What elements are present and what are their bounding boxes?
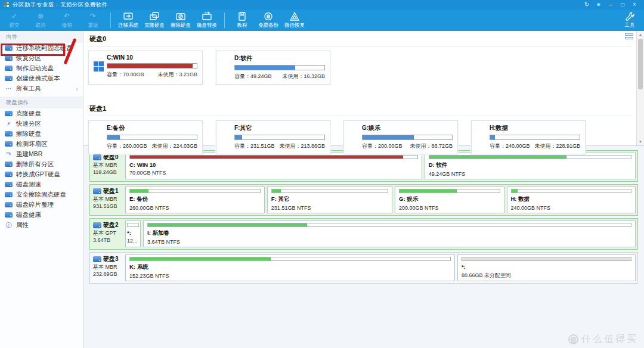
usage-bar <box>234 65 325 70</box>
vertical-scrollbar[interactable]: ▲ ▼ <box>636 31 644 145</box>
sidebar-item-secure-erase-ssd[interactable]: 安全擦除固态硬盘 <box>0 189 83 200</box>
disk-icon <box>93 222 101 228</box>
sidebar-item-clone-disk[interactable]: 克隆硬盘 <box>0 108 83 119</box>
wrench-icon <box>624 11 635 21</box>
disk-type: 基本 MBR <box>93 195 122 203</box>
bad-sector-check-icon <box>5 141 13 147</box>
unused-label: 未使用：224.03GB <box>151 142 197 150</box>
partition-card-c[interactable]: C:WIN 10 容量：70.00GB 未使用：3.21GB <box>88 51 203 85</box>
main-area: 硬盘0 C:WIN 10 容量：70.00GB 未使用：3.21GB <box>83 31 644 348</box>
sidebar-item-bootable-media[interactable]: 制作启动光盘 <box>0 63 83 73</box>
partition-block-h[interactable]: H: 数据 240.00GB NTFS <box>507 187 636 213</box>
scroll-down-icon[interactable]: ▼ <box>637 138 644 145</box>
wechat-recovery-button[interactable]: 微信恢复 <box>281 10 308 31</box>
sidebar-item-all-tools[interactable]: ⋯ 所有工具 › <box>0 83 83 94</box>
toolbar-separator <box>110 13 111 28</box>
sidebar-item-convert-to-gpt[interactable]: 转换成GPT硬盘 <box>0 169 83 179</box>
window-title: 分区助手专业版 - 无损分区免费软件 <box>13 1 108 9</box>
clone-disk-button[interactable]: 克隆硬盘 <box>141 10 168 31</box>
sidebar-item-disk-health[interactable]: 磁盘健康 <box>0 210 83 220</box>
partition-card-f[interactable]: F:其它 容量：231.51GB 未使用：213.86GB <box>216 120 330 154</box>
partition-block-reserved[interactable]: *: 12... <box>125 220 141 247</box>
redo-button[interactable]: ↷ 重做 <box>80 10 106 31</box>
maximize-button[interactable]: □ <box>617 0 628 10</box>
sync-icon[interactable]: ↻ <box>581 0 593 10</box>
wipe-disk-icon <box>5 131 13 136</box>
portable-version-icon <box>5 76 13 81</box>
disk-size: 119.24GB <box>93 169 122 176</box>
undo-button[interactable]: ↶ 撤销 <box>54 10 80 31</box>
disk-type: 基本 MBR <box>93 263 122 271</box>
unused-label: 未使用：86.72GB <box>410 142 453 150</box>
usage-bar <box>107 135 197 140</box>
partition-card-h[interactable]: H:数据 容量：240.00GB 未使用：228.91GB <box>471 120 586 154</box>
partition-block-c[interactable]: C: WIN 10 70.00GB NTFS <box>125 153 422 179</box>
tutorial-icon <box>236 11 248 21</box>
sidebar-item-disk-defrag[interactable]: 磁盘碎片整理 <box>0 200 83 210</box>
sidebar-item-wipe-disk[interactable]: 擦除硬盘 <box>0 129 83 139</box>
partition-block-g[interactable]: G: 娱乐 200.00GB NTFS <box>395 187 504 213</box>
commit-button[interactable]: ✓ 提交 <box>1 10 27 31</box>
tutorial-button[interactable]: 教程 <box>229 10 255 31</box>
minimize-button[interactable]: – <box>605 0 617 10</box>
close-button[interactable]: × <box>628 0 640 10</box>
disk-row-3: 硬盘3 基本 MBR 232.89GB K: 系统 152.23GB NTFS … <box>89 252 638 284</box>
sidebar-item-rebuild-mbr[interactable]: ↷ 重建MBR <box>0 149 83 159</box>
disk1-title: 硬盘1 <box>88 102 632 116</box>
undo-icon: ↶ <box>64 11 70 21</box>
sidebar-item-portable-version[interactable]: 创建便携式版本 <box>0 73 83 83</box>
quick-partition-icon: ⚡ <box>5 121 13 126</box>
partition-block-d[interactable]: D: 软件 49.24GB NTFS <box>425 153 636 179</box>
scrollbar-thumb[interactable] <box>638 39 643 89</box>
all-tools-icon: ⋯ <box>5 86 13 91</box>
partition-card-d[interactable]: D:软件 容量：49.24GB 未使用：16.32GB <box>216 51 330 85</box>
disk0-label[interactable]: 硬盘0 基本 MBR 119.24GB <box>90 151 123 181</box>
defrag-icon <box>5 202 13 207</box>
disk-convert-button[interactable]: 磁盘转换 <box>194 10 220 31</box>
clone-disk-icon <box>5 111 13 116</box>
disk2-label[interactable]: 硬盘2 基本 GPT 3.64TB <box>90 219 123 249</box>
scroll-up-icon[interactable]: ▲ <box>637 31 644 38</box>
capacity-label: 容量：260.00GB <box>107 142 147 150</box>
disk-size: 232.89GB <box>93 271 122 278</box>
rebuild-mbr-icon: ↷ <box>5 151 13 157</box>
secure-erase-icon <box>5 192 13 197</box>
wipe-disk-button[interactable]: 擦除硬盘 <box>168 10 194 31</box>
unused-label: 未使用：3.21GB <box>157 71 197 79</box>
partition-block-unallocated[interactable]: *: 80.66GB 未分配空间 <box>457 254 636 281</box>
disk1-label[interactable]: 硬盘1 基本 MBR 931.51GB <box>90 185 123 215</box>
partition-block-k[interactable]: K: 系统 152.23GB NTFS <box>125 254 455 281</box>
sidebar: 向导 迁移系统到固态硬盘 恢复分区 制作启动光盘 创建便携式版本 ⋯ 所有工具 … <box>0 31 83 348</box>
tools-button[interactable]: 工具 <box>617 10 643 31</box>
disk3-label[interactable]: 硬盘3 基本 MBR 232.89GB <box>90 253 123 283</box>
partition-block-e[interactable]: E: 备份 260.00GB NTFS <box>125 187 265 213</box>
sidebar-item-disk-speed-test[interactable]: 磁盘测速 <box>0 179 83 189</box>
free-backup-button[interactable]: 免费备份 <box>255 10 281 31</box>
discard-button[interactable]: ⊗ 取消 <box>27 10 54 31</box>
sidebar-item-recover-partition[interactable]: 恢复分区 <box>0 53 83 63</box>
partition-card-e[interactable]: E:备份 容量：260.00GB 未使用：224.03GB <box>88 120 203 154</box>
partition-card-g[interactable]: G:娱乐 容量：200.00GB 未使用：86.72GB <box>343 120 458 154</box>
sidebar-item-quick-partition[interactable]: ⚡ 快速分区 <box>0 119 83 129</box>
usage-bar <box>362 135 453 140</box>
check-icon: ✓ <box>11 11 17 21</box>
capacity-label: 容量：200.00GB <box>362 142 402 150</box>
view-toggle-icon[interactable] <box>625 33 633 41</box>
capacity-label: 容量：231.51GB <box>234 142 275 150</box>
partition-block-f[interactable]: F: 其它 231.51GB NTFS <box>267 187 392 213</box>
sidebar-item-properties[interactable]: ⓘ 属性 <box>0 220 83 230</box>
cancel-icon: ⊗ <box>38 11 44 21</box>
partition-block-i[interactable]: I: 新加卷 3.64TB NTFS <box>143 220 636 247</box>
sidebar-item-migrate-os-to-ssd[interactable]: 迁移系统到固态硬盘 <box>0 43 83 53</box>
sidebar-item-delete-all-partitions[interactable]: 删除所有分区 <box>0 159 83 169</box>
properties-icon: ⓘ <box>5 222 13 228</box>
sidebar-item-bad-sector-check[interactable]: 检测坏扇区 <box>0 139 83 149</box>
capacity-label: 容量：70.00GB <box>107 71 144 79</box>
unused-label: 未使用：228.91GB <box>534 142 580 150</box>
migrate-os-icon <box>5 45 13 51</box>
disk-type: 基本 GPT <box>93 229 122 237</box>
disk0-title: 硬盘0 <box>88 33 632 46</box>
menu-icon[interactable]: ≡ <box>593 0 605 10</box>
capacity-label: 容量：49.24GB <box>234 73 272 80</box>
migrate-system-button[interactable]: 迁移系统 <box>115 10 141 31</box>
